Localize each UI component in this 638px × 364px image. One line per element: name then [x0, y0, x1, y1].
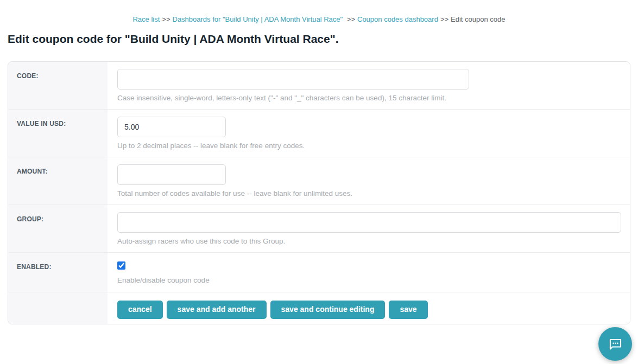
- amount-label: AMOUNT:: [17, 168, 48, 175]
- code-label-cell: CODE:: [8, 62, 108, 109]
- amount-input[interactable]: [117, 164, 226, 185]
- group-label: GROUP:: [17, 215, 43, 223]
- form-row-code: CODE: Case insensitive, single-word, let…: [8, 62, 630, 110]
- enabled-help: Enable/disable coupon code: [117, 276, 621, 285]
- code-input[interactable]: [117, 69, 469, 90]
- buttons-cell: cancelsave and add anothersave and conti…: [108, 292, 630, 324]
- code-help: Case insensitive, single-word, letters-o…: [117, 93, 621, 103]
- buttons-label-cell: [8, 292, 108, 324]
- form-row-buttons: cancelsave and add anothersave and conti…: [8, 292, 630, 324]
- enabled-label-cell: ENABLED:: [8, 253, 108, 292]
- breadcrumb-link-coupon-codes-dashboard[interactable]: Coupon codes dashboard: [357, 15, 438, 23]
- breadcrumb-current: Edit coupon code: [451, 15, 505, 23]
- enabled-label: ENABLED:: [17, 263, 52, 271]
- group-input[interactable]: [117, 212, 621, 233]
- breadcrumb-link-race-list[interactable]: Race list: [132, 15, 160, 23]
- cancel-button[interactable]: cancel: [117, 301, 163, 319]
- save-button[interactable]: save: [389, 301, 427, 319]
- amount-field-cell: Total number of codes available for use …: [108, 157, 630, 205]
- breadcrumb: Race list>>Dashboards for "Build Unity |…: [0, 0, 638, 24]
- enabled-checkbox[interactable]: [117, 261, 125, 270]
- enabled-field-cell: Enable/disable coupon code: [108, 253, 630, 292]
- coupon-form: CODE: Case insensitive, single-word, let…: [8, 61, 630, 324]
- form-row-group: GROUP: Auto-assign racers who use this c…: [8, 205, 630, 253]
- breadcrumb-separator: >>: [438, 15, 451, 23]
- code-field-cell: Case insensitive, single-word, letters-o…: [108, 62, 630, 109]
- save-and-add-another-button[interactable]: save and add another: [167, 301, 267, 319]
- group-field-cell: Auto-assign racers who use this code to …: [108, 205, 630, 252]
- form-row-value-in-usd: VALUE IN USD: Up to 2 decimal places -- …: [8, 110, 630, 157]
- breadcrumb-link-dashboards[interactable]: Dashboards for "Build Unity | ADA Month …: [173, 15, 343, 23]
- group-label-cell: GROUP:: [8, 205, 108, 252]
- code-label: CODE:: [17, 72, 39, 80]
- form-row-enabled: ENABLED: Enable/disable coupon code: [8, 253, 630, 292]
- amount-label-cell: AMOUNT:: [8, 157, 108, 205]
- breadcrumb-separator: >>: [345, 15, 357, 23]
- value-in-usd-field-cell: Up to 2 decimal places -- leave blank fo…: [108, 110, 630, 157]
- form-row-amount: AMOUNT: Total number of codes available …: [8, 157, 630, 205]
- page-title: Edit coupon code for "Build Unity | ADA …: [8, 32, 630, 46]
- breadcrumb-separator: >>: [160, 15, 172, 23]
- amount-help: Total number of codes available for use …: [117, 189, 621, 198]
- chat-widget-button[interactable]: [598, 327, 632, 361]
- save-and-continue-editing-button[interactable]: save and continue editing: [270, 301, 386, 319]
- chat-bubble-icon: [608, 337, 623, 352]
- value-in-usd-label-cell: VALUE IN USD:: [8, 110, 108, 157]
- value-in-usd-input[interactable]: [117, 117, 226, 137]
- value-in-usd-label: VALUE IN USD:: [17, 120, 66, 127]
- value-in-usd-help: Up to 2 decimal places -- leave blank fo…: [117, 141, 621, 150]
- group-help: Auto-assign racers who use this code to …: [117, 237, 621, 246]
